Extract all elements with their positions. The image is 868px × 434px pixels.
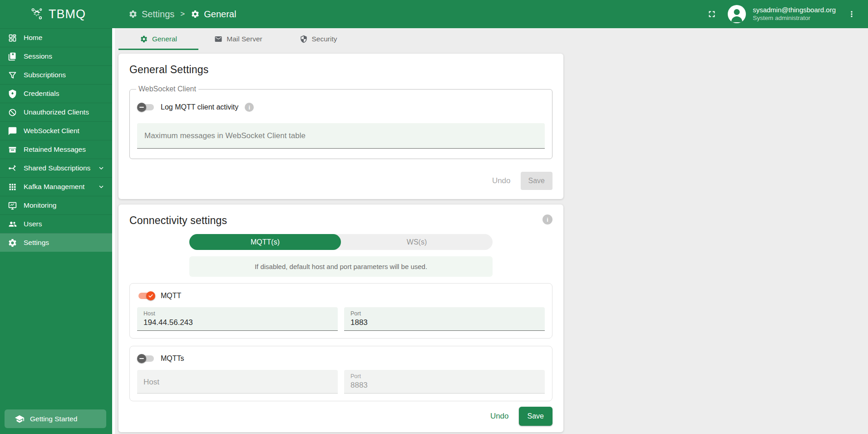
top-bar: TBMQ Settings > General bbox=[0, 0, 868, 28]
breadcrumb-settings[interactable]: Settings bbox=[128, 9, 174, 20]
minus-icon bbox=[139, 358, 144, 359]
mqtts-section: MQTTs Port bbox=[129, 346, 552, 401]
main-content: General Mail Server Security General Set… bbox=[115, 28, 868, 434]
sidebar-item-label: Retained Messages bbox=[24, 145, 86, 154]
split-icon bbox=[7, 163, 17, 173]
mqtts-fields: Port bbox=[137, 370, 545, 394]
tab-label: Security bbox=[312, 35, 337, 43]
tab-label: General bbox=[152, 35, 177, 43]
avatar[interactable] bbox=[728, 5, 746, 23]
connectivity-settings-card: Connectivity settings i MQTT(s) WS(s) If… bbox=[118, 205, 563, 432]
sidebar-item-shared-subscriptions[interactable]: Shared Subscriptions bbox=[0, 159, 112, 177]
log-mqtt-activity-toggle[interactable] bbox=[137, 102, 155, 112]
segment-ws[interactable]: WS(s) bbox=[341, 234, 493, 250]
settings-tabs: General Mail Server Security bbox=[115, 28, 868, 50]
save-button[interactable]: Save bbox=[521, 172, 552, 190]
sidebar-item-label: Subscriptions bbox=[24, 71, 66, 79]
app-logo[interactable]: TBMQ bbox=[0, 6, 115, 22]
undo-button[interactable]: Undo bbox=[488, 173, 514, 189]
save-button[interactable]: Save bbox=[519, 407, 552, 426]
websocket-client-legend: WebSocket Client bbox=[136, 85, 198, 93]
sidebar-item-home[interactable]: Home bbox=[0, 28, 112, 47]
page-title: General Settings bbox=[129, 64, 552, 76]
tab-mail-server[interactable]: Mail Server bbox=[198, 28, 278, 50]
port-label: Port bbox=[350, 373, 538, 379]
sidebar-item-retained-messages[interactable]: Retained Messages bbox=[0, 140, 112, 159]
mqtts-host-field bbox=[137, 370, 338, 394]
port-label: Port bbox=[350, 310, 538, 317]
log-mqtt-toggle-row: Log MQTT client activity i bbox=[137, 102, 545, 112]
sidebar-item-credentials[interactable]: Credentials bbox=[0, 84, 112, 103]
sidebar-item-label: Kafka Management bbox=[24, 183, 84, 191]
sidebar-item-label: Monitoring bbox=[24, 201, 56, 210]
mqtts-toggle-label: MQTTs bbox=[161, 354, 184, 363]
app-root: TBMQ Settings > General bbox=[0, 0, 868, 434]
breadcrumb-label: Settings bbox=[142, 9, 174, 20]
tab-general[interactable]: General bbox=[118, 28, 198, 50]
sidebar-item-settings[interactable]: Settings bbox=[0, 233, 112, 252]
mqtt-fields: Host Port bbox=[137, 307, 545, 331]
chat-icon bbox=[7, 126, 17, 136]
websocket-client-fieldset: WebSocket Client Log MQTT client activit… bbox=[129, 85, 552, 159]
filter-icon bbox=[7, 70, 17, 80]
sidebar-item-users[interactable]: Users bbox=[0, 215, 112, 233]
mqtt-port-field: Port bbox=[344, 307, 545, 331]
sidebar-item-monitoring[interactable]: Monitoring bbox=[0, 196, 112, 215]
sidebar-item-sessions[interactable]: Sessions bbox=[0, 47, 112, 65]
general-settings-card: General Settings WebSocket Client Log MQ… bbox=[118, 54, 563, 199]
sidebar-item-label: Shared Subscriptions bbox=[24, 164, 90, 172]
protocol-segmented-control: MQTT(s) WS(s) bbox=[189, 234, 493, 250]
mqtt-port-input[interactable] bbox=[350, 317, 538, 327]
dashboard-icon bbox=[7, 33, 17, 43]
tab-security[interactable]: Security bbox=[278, 28, 358, 50]
more-menu-button[interactable] bbox=[843, 5, 861, 23]
log-mqtt-toggle-label: Log MQTT client activity bbox=[161, 103, 238, 111]
mqtts-host-input[interactable] bbox=[143, 378, 331, 387]
max-messages-input[interactable] bbox=[137, 123, 545, 148]
mqtts-port-input[interactable] bbox=[350, 379, 538, 390]
mqtts-toggle-row: MQTTs bbox=[137, 354, 545, 364]
book-icon bbox=[7, 51, 17, 61]
info-icon[interactable]: i bbox=[542, 215, 552, 224]
info-icon[interactable]: i bbox=[245, 103, 254, 112]
mqtt-host-input[interactable] bbox=[143, 317, 331, 327]
undo-button[interactable]: Undo bbox=[487, 408, 513, 424]
gear-icon bbox=[140, 35, 148, 43]
general-settings-actions: Undo Save bbox=[129, 172, 552, 190]
getting-started-button[interactable]: Getting Started bbox=[5, 409, 106, 428]
settings-page: General Settings WebSocket Client Log MQ… bbox=[115, 50, 868, 432]
archive-icon bbox=[7, 145, 17, 155]
tab-label: Mail Server bbox=[227, 35, 262, 43]
segment-mqtt[interactable]: MQTT(s) bbox=[189, 234, 341, 250]
breadcrumb: Settings > General bbox=[115, 9, 236, 20]
users-icon bbox=[7, 219, 17, 229]
tbmq-logo-icon bbox=[29, 6, 44, 22]
breadcrumb-separator: > bbox=[179, 10, 186, 19]
connectivity-title: Connectivity settings bbox=[129, 215, 227, 227]
sidebar-item-kafka-management[interactable]: Kafka Management bbox=[0, 177, 112, 196]
gear-icon bbox=[191, 10, 200, 19]
sidebar-item-subscriptions[interactable]: Subscriptions bbox=[0, 65, 112, 84]
mqtt-toggle-row: MQTT bbox=[137, 291, 545, 301]
sidebar-item-label: WebSocket Client bbox=[24, 127, 79, 135]
connectivity-header: Connectivity settings i bbox=[129, 215, 552, 227]
sidebar-item-label: Settings bbox=[24, 239, 49, 247]
chevron-down-icon[interactable] bbox=[97, 164, 105, 172]
minus-icon bbox=[139, 107, 144, 108]
connectivity-actions: Undo Save bbox=[129, 407, 552, 426]
sidebar-item-label: Unauthorized Clients bbox=[24, 108, 89, 116]
sidebar-item-unauthorized-clients[interactable]: Unauthorized Clients bbox=[0, 103, 112, 121]
apps-icon bbox=[7, 182, 17, 192]
sidebar-item-websocket-client[interactable]: WebSocket Client bbox=[0, 121, 112, 140]
max-messages-field bbox=[137, 123, 545, 149]
connectivity-note: If disabled, default host and port param… bbox=[189, 256, 493, 277]
breadcrumb-general[interactable]: General bbox=[191, 9, 236, 20]
fullscreen-button[interactable] bbox=[703, 5, 721, 23]
mail-icon bbox=[214, 35, 222, 43]
sidebar: Home Sessions Subscriptions Credentials … bbox=[0, 28, 112, 434]
mqtts-toggle[interactable] bbox=[137, 354, 155, 364]
mqtt-toggle[interactable] bbox=[137, 291, 155, 301]
chevron-down-icon[interactable] bbox=[97, 183, 105, 191]
user-info[interactable]: sysadmin@thingsboard.org System administ… bbox=[753, 6, 836, 22]
sidebar-item-label: Credentials bbox=[24, 90, 59, 98]
